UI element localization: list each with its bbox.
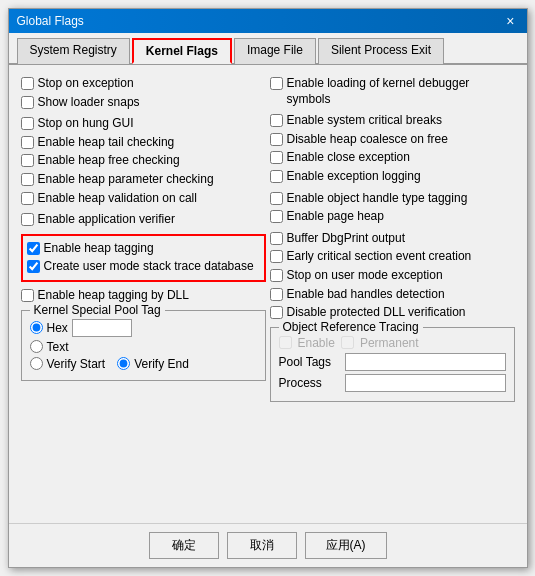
enable-heap-tagging-label: Enable heap tagging <box>44 241 154 257</box>
create-user-mode-stack-trace-checkbox[interactable] <box>27 260 40 273</box>
system-critical-breaks-label: Enable system critical breaks <box>287 113 442 129</box>
tab-silent-process-exit[interactable]: Silent Process Exit <box>318 38 444 64</box>
heap-free-checking-checkbox[interactable] <box>21 154 34 167</box>
disable-heap-coalesce-label: Disable heap coalesce on free <box>287 132 448 148</box>
enable-bad-handles-row: Enable bad handles detection <box>270 287 515 303</box>
tab-system-registry[interactable]: System Registry <box>17 38 130 64</box>
heap-tail-checking-label: Enable heap tail checking <box>38 135 175 151</box>
hex-label: Hex <box>47 321 68 335</box>
tracing-process-input[interactable] <box>345 374 506 392</box>
right-column: Enable loading of kernel debugger symbol… <box>270 73 515 402</box>
disable-protected-dll-label: Disable protected DLL verification <box>287 305 466 321</box>
enable-exception-logging-row: Enable exception logging <box>270 169 515 185</box>
close-button[interactable]: × <box>502 14 518 28</box>
heap-validation-row: Enable heap validation on call <box>21 191 266 207</box>
heap-free-checking-label: Enable heap free checking <box>38 153 180 169</box>
content-area: Stop on exception Show loader snaps Stop… <box>9 65 527 523</box>
title-bar: Global Flags × <box>9 9 527 33</box>
app-verifier-checkbox[interactable] <box>21 213 34 226</box>
text-radio[interactable] <box>30 340 43 353</box>
stop-on-hung-gui-row: Stop on hung GUI <box>21 116 266 132</box>
tracing-process-row: Process <box>279 374 506 392</box>
tab-kernel-flags[interactable]: Kernel Flags <box>132 38 232 64</box>
left-column: Stop on exception Show loader snaps Stop… <box>21 73 266 402</box>
object-handle-type-tagging-label: Enable object handle type tagging <box>287 191 468 207</box>
tracing-process-label: Process <box>279 376 339 390</box>
enable-bad-handles-checkbox[interactable] <box>270 288 283 301</box>
verify-end-pair: Verify End <box>117 357 189 371</box>
heap-validation-label: Enable heap validation on call <box>38 191 197 207</box>
create-user-mode-stack-trace-label: Create user mode stack trace database <box>44 259 254 275</box>
heap-tail-checking-checkbox[interactable] <box>21 136 34 149</box>
kernel-special-pool-inner: Hex Text Verify Start <box>30 319 257 371</box>
enable-page-heap-row: Enable page heap <box>270 209 515 225</box>
object-reference-tracing-group: Object Reference Tracing Enable Permanen… <box>270 327 515 402</box>
enable-close-exception-label: Enable close exception <box>287 150 410 166</box>
stop-on-exception-checkbox[interactable] <box>21 77 34 90</box>
early-critical-section-checkbox[interactable] <box>270 250 283 263</box>
verify-start-label: Verify Start <box>47 357 106 371</box>
heap-validation-checkbox[interactable] <box>21 192 34 205</box>
cancel-button[interactable]: 取消 <box>227 532 297 559</box>
verify-start-pair: Verify Start <box>30 357 106 371</box>
enable-bad-handles-label: Enable bad handles detection <box>287 287 445 303</box>
hex-radio[interactable] <box>30 321 43 334</box>
heap-tagging-dll-checkbox[interactable] <box>21 289 34 302</box>
enable-page-heap-checkbox[interactable] <box>270 210 283 223</box>
show-loader-snaps-label: Show loader snaps <box>38 95 140 111</box>
tracing-permanent-checkbox[interactable] <box>341 336 354 349</box>
enable-close-exception-row: Enable close exception <box>270 150 515 166</box>
kernel-special-pool-title: Kernel Special Pool Tag <box>30 303 165 317</box>
main-columns: Stop on exception Show loader snaps Stop… <box>21 73 515 402</box>
text-label: Text <box>47 340 69 354</box>
enable-exception-logging-checkbox[interactable] <box>270 170 283 183</box>
load-kernel-debugger-label: Enable loading of kernel debugger symbol… <box>287 76 515 107</box>
apply-button[interactable]: 应用(A) <box>305 532 387 559</box>
system-critical-breaks-row: Enable system critical breaks <box>270 113 515 129</box>
app-verifier-row: Enable application verifier <box>21 212 266 228</box>
heap-param-checking-checkbox[interactable] <box>21 173 34 186</box>
verify-start-radio[interactable] <box>30 357 43 370</box>
verify-end-radio[interactable] <box>117 357 130 370</box>
stop-on-exception-row: Stop on exception <box>21 76 266 92</box>
enable-exception-logging-label: Enable exception logging <box>287 169 421 185</box>
load-kernel-debugger-checkbox[interactable] <box>270 77 283 90</box>
disable-protected-dll-checkbox[interactable] <box>270 306 283 319</box>
show-loader-snaps-checkbox[interactable] <box>21 96 34 109</box>
stop-user-mode-exception-checkbox[interactable] <box>270 269 283 282</box>
enable-heap-tagging-checkbox[interactable] <box>27 242 40 255</box>
disable-heap-coalesce-checkbox[interactable] <box>270 133 283 146</box>
heap-tagging-dll-label: Enable heap tagging by DLL <box>38 288 189 304</box>
buffer-dbgprint-row: Buffer DbgPrint output <box>270 231 515 247</box>
load-kernel-debugger-row: Enable loading of kernel debugger symbol… <box>270 76 515 107</box>
object-reference-tracing-inner: Enable Permanent Pool Tags Process <box>279 336 506 392</box>
system-critical-breaks-checkbox[interactable] <box>270 114 283 127</box>
heap-tagging-dll-row: Enable heap tagging by DLL <box>21 288 266 304</box>
tracing-enable-label: Enable <box>298 336 335 350</box>
object-handle-type-tagging-row: Enable object handle type tagging <box>270 191 515 207</box>
highlighted-section: Enable heap tagging Create user mode sta… <box>21 234 266 282</box>
create-user-mode-stack-trace-row: Create user mode stack trace database <box>27 259 260 275</box>
buffer-dbgprint-checkbox[interactable] <box>270 232 283 245</box>
hex-radio-row: Hex <box>30 319 257 337</box>
early-critical-section-row: Early critical section event creation <box>270 249 515 265</box>
heap-tail-checking-row: Enable heap tail checking <box>21 135 266 151</box>
enable-close-exception-checkbox[interactable] <box>270 151 283 164</box>
heap-free-checking-row: Enable heap free checking <box>21 153 266 169</box>
verify-end-label: Verify End <box>134 357 189 371</box>
enable-page-heap-label: Enable page heap <box>287 209 384 225</box>
hex-text-input[interactable] <box>72 319 132 337</box>
text-radio-row: Text <box>30 340 257 354</box>
ok-button[interactable]: 确定 <box>149 532 219 559</box>
stop-on-hung-gui-checkbox[interactable] <box>21 117 34 130</box>
tracing-enable-checkbox[interactable] <box>279 336 292 349</box>
tracing-pool-tags-label: Pool Tags <box>279 355 339 369</box>
tab-image-file[interactable]: Image File <box>234 38 316 64</box>
object-handle-type-tagging-checkbox[interactable] <box>270 192 283 205</box>
tab-bar: System Registry Kernel Flags Image File … <box>9 33 527 65</box>
tracing-pool-tags-input[interactable] <box>345 353 506 371</box>
enable-heap-tagging-row: Enable heap tagging <box>27 241 260 257</box>
stop-on-exception-label: Stop on exception <box>38 76 134 92</box>
show-loader-snaps-row: Show loader snaps <box>21 95 266 111</box>
disable-protected-dll-row: Disable protected DLL verification <box>270 305 515 321</box>
